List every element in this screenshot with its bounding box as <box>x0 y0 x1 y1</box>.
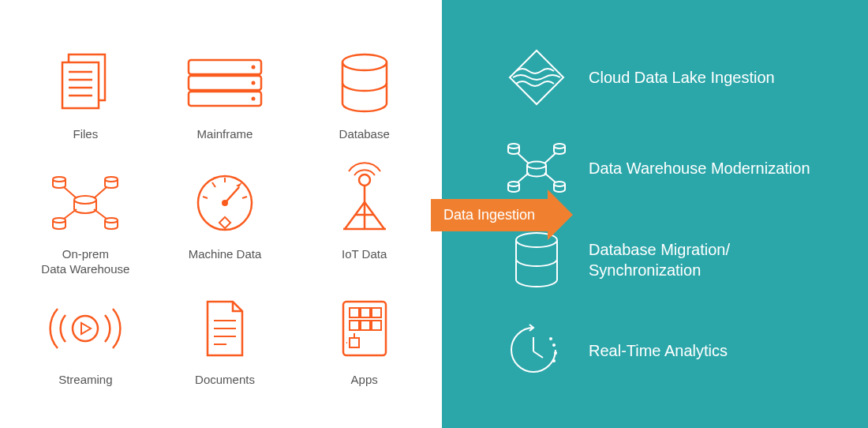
svg-point-63 <box>552 359 556 362</box>
svg-point-15 <box>105 177 118 182</box>
svg-line-18 <box>64 187 77 198</box>
svg-line-53 <box>518 153 529 163</box>
svg-line-25 <box>203 197 208 198</box>
svg-point-48 <box>527 162 546 169</box>
svg-rect-1 <box>62 62 99 108</box>
svg-rect-24 <box>219 216 230 227</box>
files-icon <box>50 47 121 118</box>
data-ingestion-arrow: Data Ingestion <box>431 190 573 240</box>
svg-rect-44 <box>372 321 381 330</box>
realtime-icon <box>505 319 568 382</box>
svg-point-13 <box>74 196 96 204</box>
svg-line-21 <box>94 209 107 219</box>
database-icon <box>329 47 400 118</box>
apps-icon <box>329 293 400 364</box>
source-label: IoT Data <box>342 246 387 262</box>
svg-line-27 <box>212 182 215 187</box>
source-label: Database <box>339 126 390 142</box>
source-label: Streaming <box>58 372 112 388</box>
svg-point-33 <box>73 316 98 341</box>
machine-data-icon <box>189 167 260 238</box>
arrow-label: Data Ingestion <box>431 199 548 231</box>
dest-label: Database Migration/ Synchronization <box>589 239 844 280</box>
source-database: Database <box>302 47 426 152</box>
dest-label: Data Warehouse Modernization <box>589 158 810 178</box>
svg-rect-10 <box>189 92 261 106</box>
arrow-head-icon <box>548 190 573 240</box>
source-label: Machine Data <box>189 246 262 262</box>
svg-rect-43 <box>361 321 370 330</box>
source-machine-data: Machine Data <box>163 167 287 277</box>
data-warehouse-icon <box>50 167 121 238</box>
svg-line-56 <box>544 173 556 182</box>
svg-point-11 <box>251 97 255 101</box>
dest-datalake: Cloud Data Lake Ingestion <box>505 46 844 109</box>
svg-line-55 <box>518 173 529 182</box>
svg-rect-45 <box>350 338 359 347</box>
svg-point-50 <box>554 144 565 148</box>
svg-rect-39 <box>350 308 359 317</box>
svg-point-12 <box>342 54 387 70</box>
source-streaming: Streaming <box>24 293 148 397</box>
sources-grid: Files Mainframe <box>0 0 442 428</box>
dest-label: Real-Time Analytics <box>589 340 728 361</box>
svg-rect-6 <box>189 60 261 74</box>
svg-line-59 <box>533 351 543 358</box>
svg-point-49 <box>508 144 519 148</box>
svg-point-9 <box>251 81 255 85</box>
svg-line-54 <box>544 153 556 163</box>
svg-point-14 <box>53 177 65 182</box>
dest-realtime: Real-Time Analytics <box>505 319 844 382</box>
source-iot: IoT Data <box>302 167 426 277</box>
svg-point-51 <box>508 182 519 186</box>
source-mainframe: Mainframe <box>163 47 287 152</box>
svg-point-60 <box>549 337 552 340</box>
source-files: Files <box>24 47 148 152</box>
svg-rect-41 <box>372 308 381 317</box>
svg-point-52 <box>554 182 565 186</box>
svg-point-7 <box>251 66 255 69</box>
source-label: Apps <box>351 372 378 388</box>
svg-line-26 <box>242 197 247 198</box>
svg-rect-8 <box>189 76 261 90</box>
svg-rect-42 <box>350 321 359 330</box>
source-apps: Apps <box>302 293 426 397</box>
mainframe-icon <box>189 47 260 118</box>
svg-rect-40 <box>361 308 370 317</box>
svg-line-19 <box>94 187 107 198</box>
dest-label: Cloud Data Lake Ingestion <box>589 67 775 88</box>
svg-line-20 <box>64 209 77 219</box>
source-documents: Documents <box>163 293 287 397</box>
source-onprem-dw: On-premData Warehouse <box>24 167 148 277</box>
svg-point-61 <box>552 344 556 347</box>
source-label: Files <box>73 126 98 142</box>
svg-point-17 <box>105 218 118 223</box>
datalake-icon <box>505 46 568 109</box>
svg-point-29 <box>359 175 370 186</box>
source-label: On-premData Warehouse <box>41 246 129 277</box>
svg-point-62 <box>554 351 557 355</box>
source-label: Documents <box>195 372 255 388</box>
documents-icon <box>189 293 260 364</box>
source-label: Mainframe <box>197 126 253 142</box>
svg-point-16 <box>53 218 65 223</box>
iot-icon <box>329 167 400 238</box>
streaming-icon <box>50 293 121 364</box>
